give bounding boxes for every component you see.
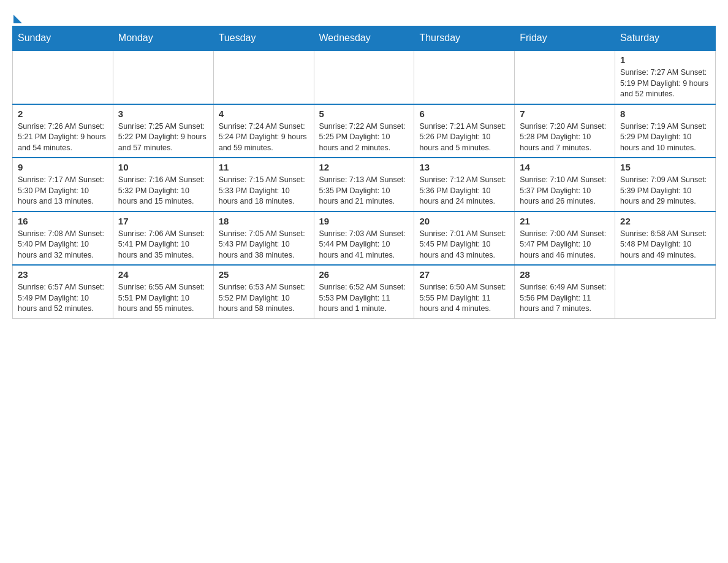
day-number: 2 (18, 109, 108, 119)
day-number: 3 (118, 109, 208, 119)
calendar-cell (615, 265, 716, 318)
calendar-header-friday: Friday (515, 26, 615, 51)
day-info: Sunrise: 7:26 AM Sunset: 5:21 PM Dayligh… (18, 121, 108, 154)
calendar-header-tuesday: Tuesday (213, 26, 314, 51)
calendar-cell: 25Sunrise: 6:53 AM Sunset: 5:52 PM Dayli… (213, 265, 314, 318)
calendar-cell (414, 50, 515, 104)
day-number: 19 (319, 216, 409, 226)
day-info: Sunrise: 7:24 AM Sunset: 5:24 PM Dayligh… (219, 121, 309, 154)
day-info: Sunrise: 6:49 AM Sunset: 5:56 PM Dayligh… (520, 282, 610, 315)
day-info: Sunrise: 7:25 AM Sunset: 5:22 PM Dayligh… (118, 121, 208, 154)
logo (12, 12, 22, 20)
day-number: 4 (219, 109, 309, 119)
calendar-cell: 7Sunrise: 7:20 AM Sunset: 5:28 PM Daylig… (515, 104, 615, 158)
calendar-week-row: 9Sunrise: 7:17 AM Sunset: 5:30 PM Daylig… (13, 158, 716, 212)
day-info: Sunrise: 6:58 AM Sunset: 5:48 PM Dayligh… (620, 229, 710, 261)
calendar-week-row: 1Sunrise: 7:27 AM Sunset: 5:19 PM Daylig… (13, 50, 716, 104)
calendar-cell: 9Sunrise: 7:17 AM Sunset: 5:30 PM Daylig… (13, 158, 113, 212)
day-info: Sunrise: 6:55 AM Sunset: 5:51 PM Dayligh… (118, 282, 208, 315)
day-info: Sunrise: 6:57 AM Sunset: 5:49 PM Dayligh… (18, 282, 108, 315)
calendar-cell: 21Sunrise: 7:00 AM Sunset: 5:47 PM Dayli… (515, 212, 615, 266)
day-info: Sunrise: 6:53 AM Sunset: 5:52 PM Dayligh… (219, 282, 309, 315)
day-info: Sunrise: 7:16 AM Sunset: 5:32 PM Dayligh… (118, 175, 208, 207)
calendar-cell: 23Sunrise: 6:57 AM Sunset: 5:49 PM Dayli… (13, 265, 113, 318)
calendar-cell (515, 50, 615, 104)
calendar-cell: 14Sunrise: 7:10 AM Sunset: 5:37 PM Dayli… (515, 158, 615, 212)
day-number: 28 (520, 269, 610, 280)
calendar-cell: 12Sunrise: 7:13 AM Sunset: 5:35 PM Dayli… (314, 158, 414, 212)
day-number: 6 (419, 109, 509, 119)
calendar-cell: 27Sunrise: 6:50 AM Sunset: 5:55 PM Dayli… (414, 265, 515, 318)
calendar-week-row: 2Sunrise: 7:26 AM Sunset: 5:21 PM Daylig… (13, 104, 716, 158)
calendar-cell (13, 50, 113, 104)
day-info: Sunrise: 7:13 AM Sunset: 5:35 PM Dayligh… (319, 175, 409, 207)
calendar-cell (113, 50, 213, 104)
day-number: 12 (319, 162, 409, 172)
calendar-cell: 3Sunrise: 7:25 AM Sunset: 5:22 PM Daylig… (113, 104, 213, 158)
day-number: 20 (419, 216, 509, 226)
day-number: 25 (219, 269, 309, 280)
calendar-header-thursday: Thursday (414, 26, 515, 51)
day-info: Sunrise: 7:01 AM Sunset: 5:45 PM Dayligh… (419, 229, 509, 261)
calendar-cell (213, 50, 314, 104)
day-number: 24 (118, 269, 208, 280)
calendar-cell: 19Sunrise: 7:03 AM Sunset: 5:44 PM Dayli… (314, 212, 414, 266)
day-info: Sunrise: 7:21 AM Sunset: 5:26 PM Dayligh… (419, 121, 509, 154)
calendar-cell: 18Sunrise: 7:05 AM Sunset: 5:43 PM Dayli… (213, 212, 314, 266)
calendar-header-row: SundayMondayTuesdayWednesdayThursdayFrid… (13, 26, 716, 51)
calendar-table: SundayMondayTuesdayWednesdayThursdayFrid… (12, 26, 716, 319)
calendar-cell: 10Sunrise: 7:16 AM Sunset: 5:32 PM Dayli… (113, 158, 213, 212)
calendar-cell: 26Sunrise: 6:52 AM Sunset: 5:53 PM Dayli… (314, 265, 414, 318)
calendar-cell (314, 50, 414, 104)
day-number: 22 (620, 216, 710, 226)
day-info: Sunrise: 6:52 AM Sunset: 5:53 PM Dayligh… (319, 282, 409, 315)
day-info: Sunrise: 7:27 AM Sunset: 5:19 PM Dayligh… (620, 67, 710, 100)
day-info: Sunrise: 7:06 AM Sunset: 5:41 PM Dayligh… (118, 229, 208, 261)
calendar-header-monday: Monday (113, 26, 213, 51)
day-number: 13 (419, 162, 509, 172)
calendar-cell: 17Sunrise: 7:06 AM Sunset: 5:41 PM Dayli… (113, 212, 213, 266)
calendar-cell: 4Sunrise: 7:24 AM Sunset: 5:24 PM Daylig… (213, 104, 314, 158)
calendar-cell: 8Sunrise: 7:19 AM Sunset: 5:29 PM Daylig… (615, 104, 716, 158)
day-info: Sunrise: 6:50 AM Sunset: 5:55 PM Dayligh… (419, 282, 509, 315)
day-number: 11 (219, 162, 309, 172)
calendar-cell: 16Sunrise: 7:08 AM Sunset: 5:40 PM Dayli… (13, 212, 113, 266)
calendar-cell: 6Sunrise: 7:21 AM Sunset: 5:26 PM Daylig… (414, 104, 515, 158)
calendar-header-wednesday: Wednesday (314, 26, 414, 51)
day-number: 9 (18, 162, 108, 172)
calendar-cell: 2Sunrise: 7:26 AM Sunset: 5:21 PM Daylig… (13, 104, 113, 158)
day-number: 1 (620, 55, 710, 65)
day-info: Sunrise: 7:20 AM Sunset: 5:28 PM Dayligh… (520, 121, 610, 154)
day-number: 5 (319, 109, 409, 119)
logo-general (12, 12, 22, 23)
calendar-cell: 28Sunrise: 6:49 AM Sunset: 5:56 PM Dayli… (515, 265, 615, 318)
day-info: Sunrise: 7:17 AM Sunset: 5:30 PM Dayligh… (18, 175, 108, 207)
day-number: 17 (118, 216, 208, 226)
day-info: Sunrise: 7:00 AM Sunset: 5:47 PM Dayligh… (520, 229, 610, 261)
day-number: 16 (18, 216, 108, 226)
calendar-week-row: 16Sunrise: 7:08 AM Sunset: 5:40 PM Dayli… (13, 212, 716, 266)
day-number: 26 (319, 269, 409, 280)
day-number: 10 (118, 162, 208, 172)
day-info: Sunrise: 7:10 AM Sunset: 5:37 PM Dayligh… (520, 175, 610, 207)
calendar-cell: 11Sunrise: 7:15 AM Sunset: 5:33 PM Dayli… (213, 158, 314, 212)
calendar-cell: 13Sunrise: 7:12 AM Sunset: 5:36 PM Dayli… (414, 158, 515, 212)
day-number: 23 (18, 269, 108, 280)
day-info: Sunrise: 7:22 AM Sunset: 5:25 PM Dayligh… (319, 121, 409, 154)
day-number: 7 (520, 109, 610, 119)
calendar-cell: 1Sunrise: 7:27 AM Sunset: 5:19 PM Daylig… (615, 50, 716, 104)
calendar-cell: 15Sunrise: 7:09 AM Sunset: 5:39 PM Dayli… (615, 158, 716, 212)
calendar-header-sunday: Sunday (13, 26, 113, 51)
day-info: Sunrise: 7:08 AM Sunset: 5:40 PM Dayligh… (18, 229, 108, 261)
calendar-week-row: 23Sunrise: 6:57 AM Sunset: 5:49 PM Dayli… (13, 265, 716, 318)
calendar-cell: 5Sunrise: 7:22 AM Sunset: 5:25 PM Daylig… (314, 104, 414, 158)
day-info: Sunrise: 7:03 AM Sunset: 5:44 PM Dayligh… (319, 229, 409, 261)
day-info: Sunrise: 7:09 AM Sunset: 5:39 PM Dayligh… (620, 175, 710, 207)
day-number: 21 (520, 216, 610, 226)
logo-arrow-icon (13, 15, 22, 23)
calendar-cell: 24Sunrise: 6:55 AM Sunset: 5:51 PM Dayli… (113, 265, 213, 318)
day-info: Sunrise: 7:12 AM Sunset: 5:36 PM Dayligh… (419, 175, 509, 207)
day-number: 18 (219, 216, 309, 226)
calendar-cell: 20Sunrise: 7:01 AM Sunset: 5:45 PM Dayli… (414, 212, 515, 266)
day-info: Sunrise: 7:05 AM Sunset: 5:43 PM Dayligh… (219, 229, 309, 261)
